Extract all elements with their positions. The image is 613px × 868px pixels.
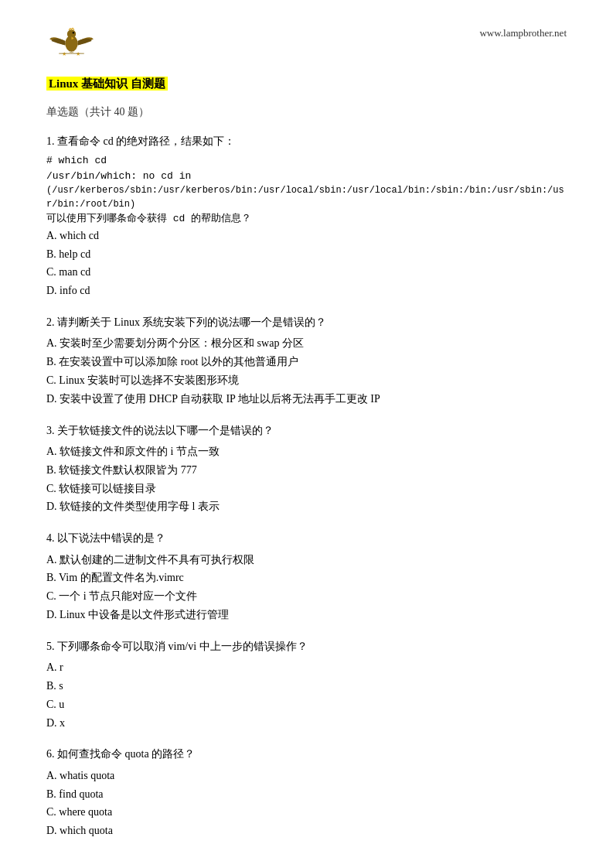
question-6-option-b: B. find quota <box>46 785 567 804</box>
question-3-title: 3. 关于软链接文件的说法以下哪一个是错误的？ <box>46 422 567 439</box>
question-5-option-d: D. x <box>46 714 567 733</box>
question-4-title: 4. 以下说法中错误的是？ <box>46 530 567 547</box>
question-2-option-a: A. 安装时至少需要划分两个分区：根分区和 swap 分区 <box>46 334 567 353</box>
question-6: 6. 如何查找命令 quota 的路径？ A. whatis quota B. … <box>46 746 567 840</box>
question-6-title: 6. 如何查找命令 quota 的路径？ <box>46 746 567 763</box>
question-2-title: 2. 请判断关于 Linux 系统安装下列的说法哪一个是错误的？ <box>46 314 567 331</box>
svg-text:★: ★ <box>76 51 80 56</box>
question-5-option-b: B. s <box>46 677 567 695</box>
title-bar: Linux 基础知识 自测题 <box>46 77 567 91</box>
question-4: 4. 以下说法中错误的是？ A. 默认创建的二进制文件不具有可执行权限 B. V… <box>46 530 567 624</box>
question-2: 2. 请判断关于 Linux 系统安装下列的说法哪一个是错误的？ A. 安装时至… <box>46 314 567 408</box>
subtitle: 单选题（共计 40 题） <box>46 105 567 119</box>
questions-container: 1. 查看命令 cd 的绝对路径，结果如下： # which cd /usr/b… <box>46 133 567 840</box>
question-1: 1. 查看命令 cd 的绝对路径，结果如下： # which cd /usr/b… <box>46 133 567 300</box>
page-title: Linux 基础知识 自测题 <box>46 77 168 91</box>
question-3-option-a: A. 软链接文件和原文件的 i 节点一致 <box>46 443 567 461</box>
website-url: www.lampbrother.net <box>479 23 567 39</box>
question-5: 5. 下列哪条命令可以取消 vim/vi 中上一步的错误操作？ A. r B. … <box>46 638 567 733</box>
question-6-option-d: D. which quota <box>46 822 567 840</box>
question-3: 3. 关于软链接文件的说法以下哪一个是错误的？ A. 软链接文件和原文件的 i … <box>46 422 567 517</box>
question-4-option-d: D. Linux 中设备是以文件形式进行管理 <box>46 606 567 624</box>
logo: ★ ★ <box>46 23 97 61</box>
question-6-option-a: A. whatis quota <box>46 767 567 785</box>
question-1-title: 1. 查看命令 cd 的绝对路径，结果如下： <box>46 133 567 150</box>
question-6-option-c: C. where quota <box>46 803 567 822</box>
question-2-option-c: C. Linux 安装时可以选择不安装图形环境 <box>46 371 567 390</box>
question-4-option-c: C. 一个 i 节点只能对应一个文件 <box>46 587 567 606</box>
question-3-option-d: D. 软链接的文件类型使用字母 l 表示 <box>46 497 567 516</box>
question-1-code: # which cd /usr/bin/which: no cd in (/us… <box>46 153 567 227</box>
question-1-option-a: A. which cd <box>46 227 567 245</box>
question-4-option-a: A. 默认创建的二进制文件不具有可执行权限 <box>46 551 567 569</box>
svg-text:★: ★ <box>62 51 66 56</box>
question-1-option-b: B. help cd <box>46 245 567 264</box>
header: ★ ★ www.lampbrother.net <box>46 23 567 61</box>
question-5-option-c: C. u <box>46 695 567 714</box>
svg-point-3 <box>73 32 74 33</box>
question-5-option-a: A. r <box>46 658 567 677</box>
question-1-option-c: C. man cd <box>46 263 567 282</box>
question-5-title: 5. 下列哪条命令可以取消 vim/vi 中上一步的错误操作？ <box>46 638 567 655</box>
question-2-option-d: D. 安装中设置了使用 DHCP 自动获取 IP 地址以后将无法再手工更改 IP <box>46 390 567 408</box>
page: ★ ★ www.lampbrother.net Linux 基础知识 自测题 单… <box>0 0 613 868</box>
question-3-option-c: C. 软链接可以链接目录 <box>46 480 567 498</box>
question-4-option-b: B. Vim 的配置文件名为.vimrc <box>46 569 567 587</box>
question-2-option-b: B. 在安装设置中可以添加除 root 以外的其他普通用户 <box>46 353 567 371</box>
question-1-option-d: D. info cd <box>46 282 567 300</box>
question-3-option-b: B. 软链接文件默认权限皆为 777 <box>46 461 567 480</box>
